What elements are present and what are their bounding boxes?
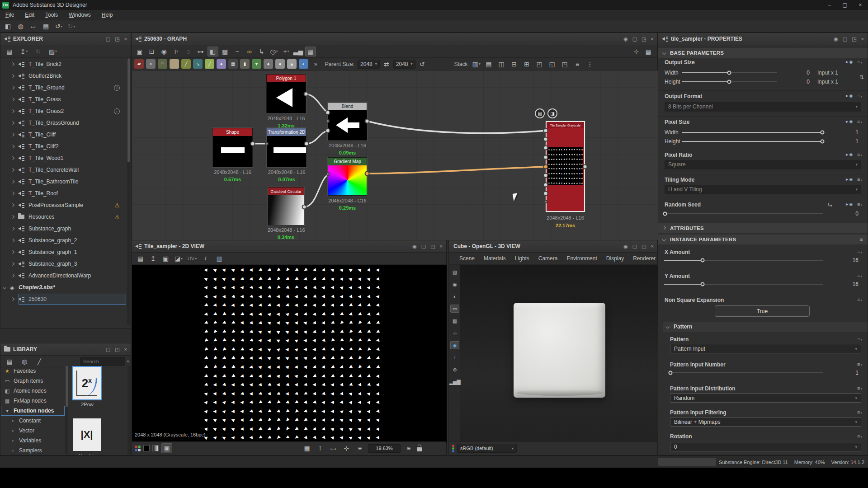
expose-parameter-icon[interactable]: ►◉ xyxy=(845,119,853,124)
float-panel-icon[interactable]: ▢ xyxy=(632,244,637,249)
node-palette-button[interactable]: ▲ xyxy=(287,59,297,69)
tree-item[interactable]: ◈ Substance_graph_2 i ⚠ xyxy=(0,235,127,246)
tree-item[interactable]: ◈ T_Tile_Cliff i ⚠ xyxy=(0,129,127,141)
float-panel-icon[interactable]: ▢ xyxy=(106,36,110,42)
toolbar-button[interactable]: ▤ xyxy=(41,21,52,31)
graph-tool-button[interactable]: ↳ xyxy=(256,47,267,56)
image-view-icon[interactable]: ▣ xyxy=(161,443,172,453)
rotation-dropdown[interactable]: 0 xyxy=(670,442,861,451)
lock-zoom-icon[interactable] xyxy=(417,447,422,451)
pattern-dropdown[interactable]: Pattern Input xyxy=(670,344,861,353)
pixel-ratio-dropdown[interactable]: Square xyxy=(665,160,861,169)
view3d-menu-item[interactable]: Environment xyxy=(562,255,601,262)
view2d-nav-button[interactable]: ▭ xyxy=(328,443,339,453)
view2d-nav-button[interactable]: ▦ xyxy=(302,443,312,453)
minimize-button[interactable]: – xyxy=(822,0,837,10)
library-category[interactable]: ★ Favorites xyxy=(0,366,65,376)
view2d-tool-button[interactable]: ▣ xyxy=(160,253,171,263)
graph-tool-button[interactable]: − xyxy=(232,47,243,56)
node-palette-button[interactable]: ▮ xyxy=(240,59,250,69)
library-item-absolute[interactable]: |X| Absolute xyxy=(73,418,102,455)
float-panel-icon[interactable]: ▢ xyxy=(421,244,426,249)
graph-canvas[interactable]: Polygon 1 2048x2048 - L16 1.32ms Shape 2… xyxy=(132,70,658,240)
node-polygon1[interactable]: Polygon 1 xyxy=(266,74,306,113)
zoom-level-field[interactable]: 19.63% xyxy=(368,444,401,453)
maximize-panel-icon[interactable]: ◳ xyxy=(852,36,856,42)
shuffle-seed-icon[interactable]: ⇆ xyxy=(828,202,832,208)
expand-chevron-icon[interactable] xyxy=(11,239,14,242)
input-connector[interactable] xyxy=(543,183,548,188)
input-connector[interactable] xyxy=(543,137,548,142)
parameter-menu-icon[interactable]: ≡ xyxy=(857,152,862,157)
toolbar-button[interactable]: ◍ xyxy=(15,21,26,31)
graph-tool-button[interactable]: ∞ xyxy=(244,47,255,56)
maximize-button[interactable]: ▢ xyxy=(837,0,853,10)
tree-item[interactable]: ◈ 250630 i ⚠ xyxy=(0,293,127,305)
parameter-menu-icon[interactable]: ≡ xyxy=(857,385,862,391)
zoom-out-icon[interactable]: ⊖ xyxy=(354,443,365,453)
expand-chevron-icon[interactable] xyxy=(11,98,14,101)
node-palette-button[interactable]: ↘ xyxy=(193,59,203,69)
parameter-menu-icon[interactable]: ≡ xyxy=(857,249,862,254)
stack-tool-button[interactable]: ▤ xyxy=(484,59,495,69)
pixel-height-value[interactable]: 1 xyxy=(840,138,859,145)
graph-tool-button[interactable]: ◧ xyxy=(208,47,218,56)
close-button[interactable]: × xyxy=(853,0,868,10)
close-panel-icon[interactable]: × xyxy=(861,36,864,42)
tree-item[interactable]: ◈ T_Tile_Cliff2 i ⚠ xyxy=(0,141,127,152)
node-tilesampler[interactable]: Tile Sampler Grayscale ◄◄◄◄◄◄◄◄◄◄◄◄◄◄◄◄◄… xyxy=(546,121,585,212)
parameter-menu-icon[interactable]: ≡ xyxy=(857,273,862,278)
random-seed-value[interactable]: 0 xyxy=(840,211,859,217)
stack-tool-button[interactable]: ▥▾ xyxy=(471,59,482,69)
expand-chevron-icon[interactable] xyxy=(11,274,14,277)
stack-tool-button[interactable]: ◰ xyxy=(534,59,545,69)
view3d-canvas[interactable]: ▧ ◉ ◐ ▭ ▦ ⊹ ◆ ⊥ ⊛ ▂▅▇ xyxy=(449,265,658,443)
graph-tool-button[interactable]: ◌ xyxy=(183,47,194,56)
expand-chevron-icon[interactable] xyxy=(11,215,14,219)
tree-item[interactable]: ◈ T_Tile_Roof i ⚠ xyxy=(0,188,127,199)
width-slider-handle[interactable] xyxy=(727,71,731,75)
view3d-menu-item[interactable]: Camera xyxy=(534,255,562,262)
node-transformation2d[interactable]: Transformation 2D xyxy=(267,128,307,167)
node-palette-button[interactable]: × xyxy=(146,59,156,69)
float-panel-icon[interactable]: ▢ xyxy=(632,36,637,42)
view3d-tool-icon[interactable]: ⊛ xyxy=(450,366,459,374)
y-amount-value[interactable]: 16 xyxy=(840,281,859,287)
node-palette-button[interactable]: ● xyxy=(217,59,226,69)
tree-item[interactable]: ◈ T_Tile_Wood1 i ⚠ xyxy=(0,152,127,164)
view3d-tool-icon[interactable]: ◐ xyxy=(450,292,459,300)
non-square-expansion-toggle[interactable]: True xyxy=(715,305,810,317)
stack-tool-button[interactable]: ◱ xyxy=(547,59,558,69)
pattern-input-filtering-dropdown[interactable]: Bilinear + Mipmaps xyxy=(670,417,861,427)
input-connector[interactable] xyxy=(543,173,548,178)
histogram-icon[interactable]: ▥ xyxy=(214,253,225,263)
library-category[interactable]: ▭ Graph items xyxy=(0,376,65,386)
colorspace-dropdown[interactable]: sRGB (default)▾ xyxy=(457,444,517,453)
palette-overflow-chevron[interactable]: » xyxy=(314,61,317,67)
graph-tool-button[interactable]: ⊡ xyxy=(146,47,157,56)
parameter-menu-icon[interactable]: ≡ xyxy=(857,202,862,207)
library-category[interactable]: ▫ Samplers xyxy=(0,446,65,455)
pin-panel-icon[interactable]: ◉ xyxy=(834,36,838,42)
expand-chevron-icon[interactable] xyxy=(11,297,14,301)
view2d-tool-button[interactable]: ↥ xyxy=(148,253,159,263)
graph-tool-button[interactable]: ⊶ xyxy=(195,47,206,56)
menu-item[interactable]: Windows xyxy=(63,10,96,20)
tree-item[interactable]: ◈ Substance_graph_3 i ⚠ xyxy=(0,258,127,270)
float-panel-icon[interactable]: ▢ xyxy=(843,36,847,42)
node-gradientmap[interactable]: Gradient Map xyxy=(328,157,367,196)
explorer-toolbar-button[interactable]: ▨▾ xyxy=(47,47,58,56)
tree-item[interactable]: ◈ Chapter3.sbs* i ⚠ xyxy=(0,282,127,293)
expose-parameter-icon[interactable]: ►◉ xyxy=(845,152,853,157)
graph-tool-button[interactable]: ▦ xyxy=(643,47,654,56)
library-categories-scrollbar[interactable] xyxy=(65,366,68,455)
parameter-menu-icon[interactable]: ≡ xyxy=(857,433,862,439)
maximize-panel-icon[interactable]: ◳ xyxy=(115,347,119,352)
node-palette-button[interactable]: ╱ xyxy=(181,59,191,69)
view3d-menu-item[interactable]: Renderer xyxy=(629,255,660,262)
x-amount-value[interactable]: 16 xyxy=(840,257,859,263)
library-category[interactable]: ▾ Function nodes xyxy=(0,406,65,416)
expand-chevron-icon[interactable] xyxy=(11,86,14,89)
view3d-menu-item[interactable]: Lights xyxy=(511,255,533,262)
pixel-height-slider-handle[interactable] xyxy=(821,140,825,144)
